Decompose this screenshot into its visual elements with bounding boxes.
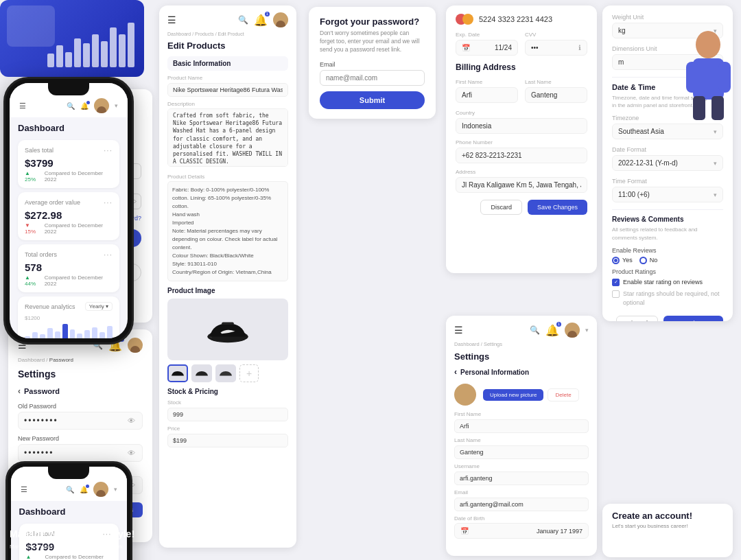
bar-10 bbox=[128, 23, 134, 67]
banner-panel bbox=[0, 0, 144, 77]
product-details-text: Fabric: Body: 0-100% polyester/0-100% co… bbox=[167, 181, 288, 281]
fp-title: Forgot your password? bbox=[320, 16, 425, 27]
sr-save-button[interactable]: Save Changes bbox=[663, 316, 723, 321]
new-pw-field[interactable]: ••••••• 👁 bbox=[18, 444, 143, 462]
address-field: Address bbox=[456, 169, 587, 193]
checkmark-icon: ✓ bbox=[614, 279, 618, 285]
exp-input[interactable]: 📅 11/24 bbox=[456, 40, 518, 56]
sb-dob-input[interactable]: 📅 January 17 1997 bbox=[454, 523, 589, 539]
sb-bell-icon[interactable]: 🔔1 bbox=[545, 324, 559, 337]
phone2-badge bbox=[86, 485, 89, 488]
fp-submit-button[interactable]: Submit bbox=[320, 91, 425, 109]
fp-email-label: Email bbox=[320, 61, 425, 68]
sb-email-input[interactable] bbox=[454, 498, 589, 511]
phone-bell-icon[interactable]: 🔔 bbox=[80, 102, 89, 110]
name-row: First Name Last Name bbox=[456, 79, 587, 103]
radio-yes[interactable]: Yes bbox=[612, 257, 633, 264]
billing-save-button[interactable]: Save Changes bbox=[528, 200, 587, 215]
bar-3 bbox=[65, 52, 72, 67]
phone-hamburger-icon[interactable]: ☰ bbox=[19, 102, 26, 110]
fp-email-input[interactable] bbox=[320, 70, 425, 86]
last-name-input[interactable] bbox=[525, 87, 587, 103]
eye-icon-new: 👁 bbox=[128, 449, 137, 457]
date-format-select[interactable]: 2022-12-31 (Y-m-d) ▾ bbox=[612, 155, 723, 171]
sales-up-icon: ▲ 25% bbox=[25, 170, 42, 183]
product-image-svg bbox=[204, 309, 252, 350]
forgot-password-panel: Forgot your password? Don't worry someti… bbox=[309, 7, 436, 119]
total-orders-card: Total orders ··· 578 ▲ 44% Compared to D… bbox=[18, 244, 119, 292]
cvv-input[interactable]: ••• ℹ bbox=[525, 40, 587, 56]
sb-hamburger-icon[interactable]: ☰ bbox=[454, 325, 463, 336]
sb-last-name-field: Last Name bbox=[454, 437, 589, 459]
fp-subtitle: Don't worry sometimes people can forget … bbox=[320, 30, 425, 54]
ep-hamburger-icon[interactable]: ☰ bbox=[167, 14, 176, 25]
ep-avatar[interactable] bbox=[273, 12, 288, 27]
thumb-1-img bbox=[169, 367, 186, 380]
checkbox-2[interactable] bbox=[612, 290, 620, 298]
time-format-select[interactable]: 11:00 (+6) ▾ bbox=[612, 187, 723, 202]
back-row[interactable]: ‹ Password bbox=[18, 386, 143, 396]
thumb-1[interactable] bbox=[167, 364, 188, 382]
banner-bars bbox=[47, 23, 134, 67]
sb-profile-avatar bbox=[454, 384, 476, 406]
upload-picture-button[interactable]: Upload new picture bbox=[483, 389, 543, 401]
sb-nav: ☰ 🔍 🔔1 ▾ bbox=[454, 323, 589, 338]
checkbox-1[interactable]: ✓ bbox=[612, 279, 620, 286]
phone-content: Dashboard Sales total ··· $3799 ▲ 25% Co… bbox=[10, 117, 128, 338]
create-account-title: Create an account! bbox=[612, 511, 723, 521]
phone2-avatar[interactable] bbox=[93, 482, 108, 497]
country-field: Country bbox=[456, 110, 587, 134]
sb-avatar[interactable] bbox=[565, 323, 580, 338]
thumb-3[interactable] bbox=[215, 364, 236, 382]
sr-discard-button[interactable]: Discard bbox=[616, 316, 658, 321]
card-row: 5224 3323 2231 4423 bbox=[456, 14, 587, 25]
phone-chevron-icon: ▾ bbox=[115, 102, 118, 109]
thumb-2[interactable] bbox=[191, 364, 212, 382]
basic-info-title: Basic Information bbox=[167, 56, 288, 71]
old-pw-label: Old Password bbox=[18, 403, 143, 410]
orders-up-icon: ▲ 44% bbox=[25, 275, 42, 287]
settings-bottom-panel: ☰ 🔍 🔔1 ▾ Dashboard / Settings Settings ‹… bbox=[446, 316, 597, 556]
billing-discard-button[interactable]: Discard bbox=[480, 200, 522, 215]
phone2-dashboard-title: Dashboard bbox=[19, 506, 119, 517]
phone-input[interactable] bbox=[456, 148, 587, 163]
phone-nav-icons: 🔍 🔔 ▾ bbox=[67, 98, 118, 113]
timezone-select[interactable]: Southeast Asia ▾ bbox=[612, 124, 723, 139]
sb-title: Settings bbox=[454, 351, 589, 362]
first-name-input[interactable] bbox=[456, 87, 518, 103]
chevron-down-icon-5: ▾ bbox=[714, 191, 717, 198]
reviews-title: Reviews & Comments bbox=[612, 215, 723, 223]
delete-picture-button[interactable]: Delete bbox=[548, 388, 578, 401]
sb-last-name-input[interactable] bbox=[454, 445, 589, 459]
avg-order-card: Average order value ··· $272.98 ▼ 15% Co… bbox=[18, 192, 119, 240]
enable-reviews-label: Enable Reviews bbox=[612, 247, 723, 254]
cvv-field: CVV ••• ℹ bbox=[525, 32, 587, 56]
bar-2 bbox=[56, 45, 63, 67]
add-image-button[interactable]: + bbox=[239, 364, 259, 382]
thumb-2-img bbox=[193, 367, 210, 380]
stock-input[interactable] bbox=[167, 408, 288, 421]
settings-title: Settings bbox=[18, 369, 143, 380]
description-textarea[interactable]: Crafted from soft fabric, the Nike Sport… bbox=[167, 108, 288, 167]
phone-search-icon[interactable]: 🔍 bbox=[67, 102, 75, 110]
country-input[interactable] bbox=[456, 118, 587, 134]
ep-search-icon[interactable]: 🔍 bbox=[238, 15, 248, 25]
old-pw-field[interactable]: •••••••• 👁 bbox=[18, 412, 143, 430]
sb-first-name-input[interactable] bbox=[454, 419, 589, 433]
ep-bell-icon[interactable]: 🔔1 bbox=[254, 14, 268, 27]
avatar[interactable] bbox=[128, 338, 143, 353]
sb-dob-field: Date of Birth 📅 January 17 1997 bbox=[454, 515, 589, 539]
phone2-bell-icon[interactable]: 🔔 bbox=[80, 486, 88, 493]
phone2-hamburger-icon[interactable]: ☰ bbox=[21, 485, 27, 494]
price-input[interactable] bbox=[167, 434, 288, 447]
back-arrow-icon: ‹ bbox=[18, 386, 21, 396]
product-name-input[interactable] bbox=[167, 83, 288, 97]
address-input[interactable] bbox=[456, 177, 587, 193]
billing-panel: 5224 3323 2231 4423 Exp. Date 📅 11/24 CV… bbox=[446, 5, 597, 273]
phone2-search-icon[interactable]: 🔍 bbox=[66, 486, 74, 493]
radio-no[interactable]: No bbox=[639, 257, 658, 264]
phone-avatar[interactable] bbox=[94, 98, 109, 113]
sb-email-field: Email bbox=[454, 489, 589, 511]
sb-search-icon[interactable]: 🔍 bbox=[530, 325, 540, 335]
sb-username-input[interactable] bbox=[454, 471, 589, 485]
